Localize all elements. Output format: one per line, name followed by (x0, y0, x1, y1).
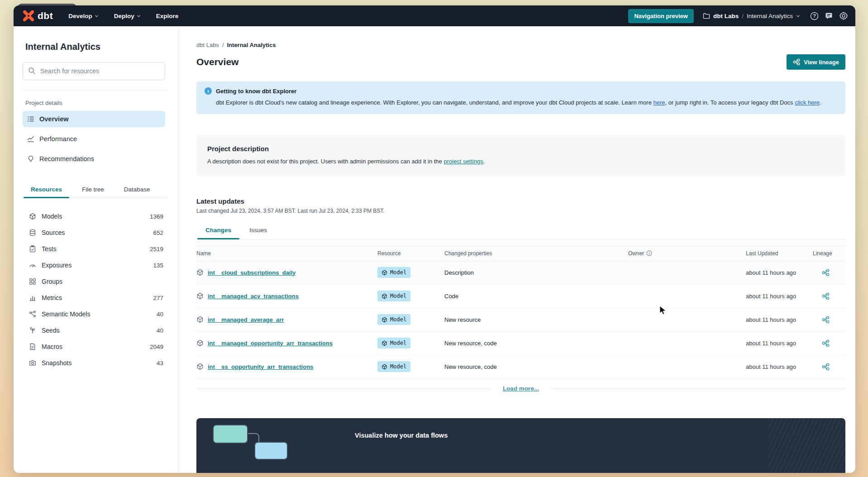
model-link[interactable]: int__managed_opportunity_arr_transaction… (208, 340, 333, 347)
menu-explore[interactable]: Explore (156, 13, 179, 19)
sidebar-item-seeds[interactable]: Seeds40 (23, 322, 165, 339)
camera-icon (29, 359, 36, 367)
account-name: dbt Labs (713, 13, 739, 19)
view-lineage-button[interactable]: View lineage (787, 54, 845, 70)
row-lineage-icon[interactable] (822, 339, 830, 347)
updates-tabs: Changes Issues (196, 223, 845, 239)
resource-badge: Model (377, 267, 410, 278)
load-more-row: Load more... (196, 385, 845, 392)
search-input[interactable] (23, 62, 165, 80)
sidebar-item-metrics[interactable]: Metrics277 (23, 290, 165, 306)
database-icon (29, 229, 36, 236)
learn-more-link[interactable]: here (653, 99, 665, 106)
svg-text:?: ? (813, 13, 816, 19)
table-row[interactable]: int__managed_opportunity_arr_transaction… (196, 332, 845, 355)
sidebar-item-groups[interactable]: Groups (23, 273, 165, 290)
chevron-down-icon (137, 14, 141, 18)
tab-resources[interactable]: Resources (23, 182, 70, 198)
breadcrumb-project: Internal Analytics (227, 42, 276, 48)
col-changed-properties: Changed properties (444, 250, 628, 257)
changed-properties: New resource, code (444, 340, 628, 347)
table-row[interactable]: int__cloud_subscriptions_daily Model Des… (196, 261, 845, 285)
model-link[interactable]: int__cloud_subscriptions_daily (208, 269, 296, 276)
last-updated: about 11 hours ago (746, 316, 813, 323)
table-row[interactable]: int__ss_opportunity_arr_transactions Mod… (196, 355, 845, 379)
cube-icon (29, 213, 36, 220)
tab-file-tree[interactable]: File tree (74, 182, 112, 198)
project-description-body: A description does not exist for this pr… (207, 158, 835, 165)
col-last-updated: Last Updated (746, 250, 813, 257)
model-icon (196, 316, 204, 323)
document-icon (29, 343, 36, 350)
feedback-icon[interactable] (825, 12, 833, 20)
sidebar-item-performance[interactable]: Performance (23, 131, 165, 147)
help-icon[interactable]: ? (810, 12, 819, 20)
row-lineage-icon[interactable] (822, 363, 830, 371)
model-icon (196, 339, 204, 347)
sidebar-tabs: Resources File tree Database (23, 182, 168, 198)
table-row[interactable]: int__managed_average_arr Model New resou… (196, 308, 845, 332)
top-menu: Develop Deploy Explore (68, 13, 178, 19)
table-row[interactable]: int__managed_acv_transactions Model Code… (196, 285, 845, 308)
model-icon (196, 269, 204, 276)
last-updated: about 11 hours ago (746, 269, 813, 276)
col-owner: Owner (628, 250, 746, 257)
sidebar: Internal Analytics Project details Overv… (14, 26, 178, 473)
lineage-icon (793, 58, 800, 66)
navigation-preview-button[interactable]: Navigation preview (628, 9, 693, 23)
model-link[interactable]: int__managed_acv_transactions (208, 293, 299, 300)
row-lineage-icon[interactable] (822, 316, 830, 324)
lineage-preview-node (254, 442, 288, 460)
changed-properties: Code (444, 293, 628, 300)
breadcrumb-account[interactable]: dbt Labs (196, 42, 219, 48)
legacy-docs-link[interactable]: click here (795, 99, 820, 106)
model-link[interactable]: int__managed_average_arr (208, 316, 284, 323)
tab-issues[interactable]: Issues (240, 223, 276, 239)
col-lineage: Lineage (813, 250, 838, 257)
changed-properties: New resource (444, 316, 628, 323)
account-switcher[interactable]: dbt Labs / Internal Analytics (703, 12, 800, 19)
latest-updates-title: Latest updates (196, 197, 845, 205)
tab-changes[interactable]: Changes (196, 223, 240, 239)
breadcrumb: dbt Labs / Internal Analytics (196, 42, 845, 48)
row-lineage-icon[interactable] (822, 269, 830, 277)
row-lineage-icon[interactable] (822, 292, 830, 300)
resource-badge: Model (377, 361, 410, 372)
dbt-logo[interactable]: dbt (23, 10, 53, 22)
banner-title: Getting to know dbt Explorer (216, 88, 296, 95)
chevron-down-icon (95, 14, 99, 18)
load-more-link[interactable]: Load more... (503, 385, 539, 392)
sidebar-item-recommendations[interactable]: Recommendations (23, 151, 165, 167)
top-navbar: dbt Develop Deploy Explore Navigation pr… (14, 5, 855, 26)
col-resource: Resource (377, 250, 444, 257)
sidebar-item-macros[interactable]: Macros2049 (23, 339, 165, 355)
grid-icon (29, 278, 36, 285)
chevron-down-icon (796, 14, 800, 18)
info-icon: i (205, 87, 212, 95)
model-icon (196, 363, 204, 370)
resource-list: Models1369 Sources652 Tests2519 (23, 208, 165, 371)
project-settings-link[interactable]: project settings (444, 158, 483, 165)
sidebar-item-models[interactable]: Models1369 (23, 208, 165, 224)
menu-develop[interactable]: Develop (68, 13, 99, 19)
cube-icon (382, 270, 387, 276)
gear-icon[interactable] (839, 11, 848, 20)
seedling-icon (29, 327, 36, 334)
model-link[interactable]: int__ss_opportunity_arr_transactions (208, 363, 313, 370)
bar-chart-icon (29, 294, 36, 301)
sidebar-item-tests[interactable]: Tests2519 (23, 241, 165, 257)
sidebar-item-exposures[interactable]: Exposures135 (23, 257, 165, 273)
project-details-label: Project details (25, 100, 165, 106)
owner-info-icon[interactable] (646, 250, 652, 256)
sidebar-item-semantic-models[interactable]: Semantic Models40 (23, 306, 165, 322)
sidebar-item-overview[interactable]: Overview (23, 111, 165, 127)
sidebar-item-sources[interactable]: Sources652 (23, 224, 165, 241)
changes-table: Name Resource Changed properties Owner L… (196, 246, 845, 392)
trend-chart-icon (27, 135, 34, 143)
lineage-promo-banner[interactable]: Visualize how your data flows (196, 418, 845, 473)
sidebar-item-snapshots[interactable]: Snapshots43 (23, 355, 165, 371)
search-box (23, 62, 165, 80)
menu-deploy[interactable]: Deploy (114, 13, 141, 19)
cube-icon (382, 364, 387, 370)
tab-database[interactable]: Database (116, 182, 158, 198)
